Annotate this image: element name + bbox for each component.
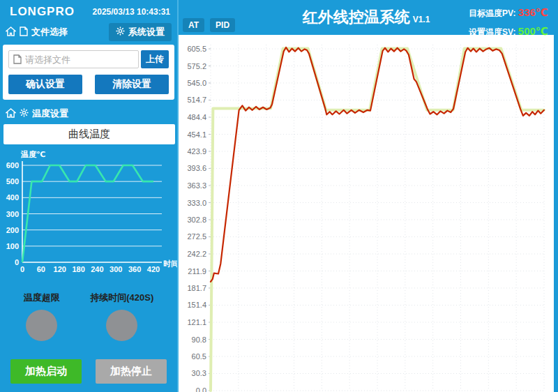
svg-text:100: 100 <box>6 242 19 250</box>
svg-text:121.1: 121.1 <box>187 318 206 326</box>
over-limit-lamp <box>26 310 57 341</box>
svg-text:180: 180 <box>72 265 84 273</box>
duration-label: 持续时间(420S) <box>90 292 153 304</box>
svg-text:302.8: 302.8 <box>187 216 206 224</box>
svg-text:514.7: 514.7 <box>187 96 206 104</box>
sidebar-top-row: LONGPRO 2025/03/13 10:43:31 <box>0 0 177 19</box>
file-input-wrap <box>8 50 139 68</box>
main-header: AT PID 红外线控温系统 V1.1 目标温度PV: 336℃ 设置温度SV:… <box>179 0 554 35</box>
svg-text:333.0: 333.0 <box>187 199 206 207</box>
svg-text:60: 60 <box>37 265 45 273</box>
page-title-version: V1.1 <box>413 15 430 24</box>
system-settings-label: 系统设置 <box>128 26 165 38</box>
pv-sv-readout: 目标温度PV: 336℃ 设置温度SV: 500℃ <box>469 3 548 40</box>
svg-text:240: 240 <box>91 265 103 273</box>
over-limit-label: 温度超限 <box>24 292 60 304</box>
svg-text:272.5: 272.5 <box>187 232 206 241</box>
at-button[interactable]: AT <box>183 18 204 32</box>
file-select-input[interactable] <box>25 54 134 65</box>
duration-indicator: 持续时间(420S) <box>90 292 153 341</box>
svg-text:120: 120 <box>54 265 66 273</box>
sv-row: 设置温度SV: 500℃ <box>469 22 548 40</box>
pv-row: 目标温度PV: 336℃ <box>469 3 548 22</box>
app-window: LONGPRO 2025/03/13 10:43:31 文件选择 系统设置 <box>0 0 558 392</box>
mini-temp-chart: 温度℃0100200300400500600060120180240300360… <box>1 147 177 279</box>
svg-text:500: 500 <box>6 177 19 186</box>
clear-settings-button[interactable]: 清除设置 <box>95 75 169 94</box>
svg-text:300: 300 <box>6 210 19 218</box>
page-title-text: 红外线控温系统 <box>303 7 410 28</box>
file-upload-card: 上传 确认设置 清除设置 <box>3 45 174 100</box>
nav-temp-settings[interactable]: 温度设置 <box>0 100 177 124</box>
sidebar: LONGPRO 2025/03/13 10:43:31 文件选择 系统设置 <box>0 0 179 392</box>
heat-button-row: 加热启动 加热停止 <box>0 359 177 384</box>
sv-value: 500℃ <box>518 25 548 37</box>
svg-text:60.5: 60.5 <box>192 352 206 361</box>
duration-lamp <box>106 310 137 341</box>
svg-text:0: 0 <box>15 258 19 266</box>
svg-text:484.4: 484.4 <box>187 113 206 121</box>
svg-text:393.6: 393.6 <box>187 164 206 172</box>
sv-label: 设置温度SV: <box>469 27 515 37</box>
svg-text:575.2: 575.2 <box>187 62 206 70</box>
page-title: 红外线控温系统 V1.1 <box>303 7 430 28</box>
over-limit-indicator: 温度超限 <box>24 292 60 341</box>
svg-text:时间(s): 时间(s) <box>163 259 177 268</box>
datetime: 2025/03/13 10:43:31 <box>93 7 170 17</box>
main-temp-chart-svg: 605.5575.2545.0514.7484.4454.1423.9393.6… <box>179 35 554 392</box>
main-temp-chart: 605.5575.2545.0514.7484.4454.1423.9393.6… <box>179 35 554 392</box>
svg-text:600: 600 <box>6 161 19 169</box>
mini-temp-chart-svg: 温度℃0100200300400500600060120180240300360… <box>1 147 177 276</box>
svg-text:211.9: 211.9 <box>188 267 206 276</box>
svg-text:363.3: 363.3 <box>187 181 206 190</box>
mode-buttons: AT PID <box>183 18 235 32</box>
upload-button[interactable]: 上传 <box>141 50 169 68</box>
svg-text:400: 400 <box>6 193 19 202</box>
svg-text:181.7: 181.7 <box>187 284 206 292</box>
system-settings-button[interactable]: 系统设置 <box>109 23 172 41</box>
confirm-settings-button[interactable]: 确认设置 <box>8 75 82 94</box>
svg-text:90.8: 90.8 <box>192 336 206 344</box>
pv-value: 336℃ <box>518 6 548 18</box>
svg-text:300: 300 <box>110 265 122 273</box>
heat-start-button[interactable]: 加热启动 <box>10 359 82 384</box>
svg-text:0: 0 <box>20 265 24 273</box>
temp-settings-label: 温度设置 <box>32 107 68 120</box>
svg-text:545.0: 545.0 <box>187 79 206 87</box>
pv-label: 目标温度PV: <box>469 8 515 18</box>
pid-button[interactable]: PID <box>210 18 235 32</box>
home-icon[interactable] <box>6 108 16 120</box>
svg-text:423.9: 423.9 <box>187 147 206 156</box>
gear-icon <box>20 108 29 119</box>
nav-file-select[interactable]: 文件选择 <box>6 26 68 38</box>
file-icon <box>20 27 28 38</box>
svg-text:温度℃: 温度℃ <box>20 150 45 158</box>
nav-file-select-label: 文件选择 <box>31 26 68 38</box>
main-panel: AT PID 红外线控温系统 V1.1 目标温度PV: 336℃ 设置温度SV:… <box>179 0 558 392</box>
svg-text:360: 360 <box>128 265 141 273</box>
sidebar-nav-row: 文件选择 系统设置 <box>0 19 177 45</box>
gear-icon <box>116 27 125 38</box>
svg-text:605.5: 605.5 <box>187 45 206 53</box>
svg-text:30.3: 30.3 <box>192 369 206 377</box>
svg-text:0.0: 0.0 <box>196 386 206 392</box>
svg-text:151.4: 151.4 <box>187 301 206 309</box>
curve-temp-button[interactable]: 曲线温度 <box>3 124 175 144</box>
svg-text:454.1: 454.1 <box>187 130 206 139</box>
home-icon[interactable] <box>6 27 16 38</box>
heat-stop-button[interactable]: 加热停止 <box>96 359 167 384</box>
file-doc-icon <box>13 54 22 64</box>
svg-text:420: 420 <box>147 265 160 273</box>
svg-text:242.2: 242.2 <box>187 250 206 258</box>
logo: LONGPRO <box>10 5 75 19</box>
indicator-row: 温度超限 持续时间(420S) <box>0 292 177 341</box>
svg-text:200: 200 <box>6 226 19 234</box>
